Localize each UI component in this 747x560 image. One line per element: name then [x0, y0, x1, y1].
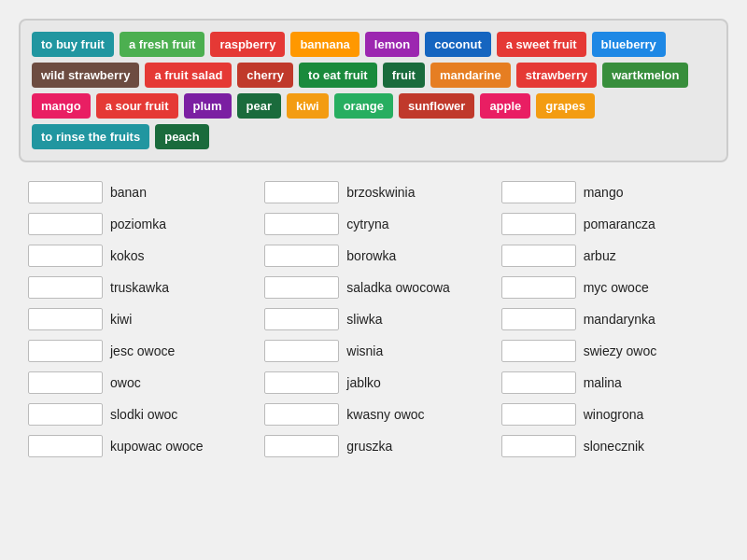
match-row: kupowac owoce [28, 435, 246, 457]
match-label: mandarynka [584, 312, 655, 327]
word-tile[interactable]: to eat fruit [299, 63, 377, 88]
word-tile[interactable]: to buy fruit [32, 32, 114, 57]
match-row: saladka owocowa [264, 276, 482, 299]
word-tile[interactable]: kiwi [287, 93, 329, 119]
match-label: sliwka [346, 312, 382, 327]
match-label: brzoskwinia [346, 185, 415, 200]
match-input[interactable] [28, 403, 103, 426]
word-tile[interactable]: cherry [237, 63, 293, 88]
match-row: borowka [264, 245, 482, 267]
match-input[interactable] [28, 308, 103, 330]
match-input[interactable] [501, 276, 576, 299]
word-tile[interactable]: blueberry [592, 32, 666, 57]
match-input[interactable] [28, 371, 103, 394]
match-input[interactable] [264, 276, 339, 299]
word-tile[interactable]: a sweet fruit [497, 32, 586, 57]
word-tile[interactable]: bannana [290, 32, 359, 57]
match-label: kupowac owoce [110, 439, 204, 454]
match-row: sliwka [264, 308, 482, 330]
match-input[interactable] [28, 213, 103, 235]
word-tile[interactable]: mandarine [430, 63, 511, 88]
match-row: banan [28, 181, 246, 203]
match-row: kiwi [28, 308, 246, 330]
match-row: gruszka [264, 435, 482, 457]
word-tile[interactable]: lemon [365, 32, 419, 57]
match-column-1: brzoskwiniacytrynaborowkasaladka owocowa… [264, 181, 482, 457]
word-tile[interactable]: strawberry [516, 63, 597, 88]
match-label: pomarancza [584, 217, 655, 231]
word-tile[interactable]: pear [237, 93, 281, 119]
match-input[interactable] [264, 308, 339, 330]
word-tile[interactable]: plum [184, 93, 232, 119]
word-tile[interactable]: sunflower [399, 93, 474, 119]
word-tile[interactable]: mango [32, 93, 91, 119]
word-tile[interactable]: to rinse the fruits [32, 124, 149, 149]
match-row: jesc owoce [28, 340, 246, 362]
match-input[interactable] [28, 340, 103, 362]
match-input[interactable] [501, 245, 576, 267]
match-input[interactable] [264, 245, 339, 267]
word-tile[interactable]: grapes [536, 93, 595, 119]
match-label: kwasny owoc [346, 407, 424, 422]
match-input[interactable] [501, 181, 576, 203]
match-label: saladka owocowa [346, 280, 450, 295]
match-row: brzoskwinia [264, 181, 482, 203]
match-row: kokos [28, 245, 246, 267]
word-tile[interactable]: a fresh fruit [120, 32, 205, 57]
match-input[interactable] [501, 403, 576, 426]
match-label: jablko [346, 375, 381, 390]
match-row: pomarancza [501, 213, 719, 235]
match-row: slonecznik [501, 435, 719, 457]
match-label: borowka [346, 248, 396, 263]
match-label: owoc [110, 375, 141, 390]
match-row: truskawka [28, 276, 246, 299]
match-input[interactable] [264, 213, 339, 235]
match-input[interactable] [264, 181, 339, 203]
match-input[interactable] [28, 245, 103, 267]
match-input[interactable] [264, 371, 339, 394]
match-input[interactable] [501, 435, 576, 457]
word-tile[interactable]: wartkmelon [602, 63, 688, 88]
word-tile[interactable]: peach [155, 124, 209, 149]
match-row: swiezy owoc [501, 340, 719, 362]
word-bank: to buy fruita fresh fruitraspberrybannan… [19, 19, 728, 162]
match-input[interactable] [501, 308, 576, 330]
match-input[interactable] [264, 340, 339, 362]
match-row: owoc [28, 371, 246, 394]
match-input[interactable] [501, 213, 576, 235]
word-tile[interactable]: raspberry [210, 32, 285, 57]
word-tile[interactable]: a sour fruit [96, 93, 178, 119]
match-row: kwasny owoc [264, 403, 482, 426]
word-tile[interactable]: wild strawberry [32, 63, 139, 88]
match-label: wisnia [346, 343, 383, 358]
match-label: myc owoce [584, 280, 649, 295]
match-row: jablko [264, 371, 482, 394]
match-input[interactable] [28, 276, 103, 299]
match-label: banan [110, 185, 147, 200]
match-label: jesc owoce [110, 343, 175, 358]
match-input[interactable] [264, 435, 339, 457]
match-row: cytryna [264, 213, 482, 235]
match-column-0: bananpoziomkakokostruskawkakiwijesc owoc… [28, 181, 246, 457]
match-label: winogrona [584, 407, 644, 422]
match-input[interactable] [501, 340, 576, 362]
word-tile[interactable]: fruit [383, 63, 425, 88]
match-input[interactable] [501, 371, 576, 394]
match-label: kokos [110, 248, 145, 263]
match-input[interactable] [28, 435, 103, 457]
match-row: slodki owoc [28, 403, 246, 426]
match-label: arbuz [584, 248, 616, 263]
match-label: poziomka [110, 217, 166, 231]
word-tile[interactable]: a fruit salad [145, 63, 232, 88]
match-label: kiwi [110, 312, 132, 327]
word-tile[interactable]: orange [334, 93, 393, 119]
word-tile[interactable]: apple [480, 93, 530, 119]
match-input[interactable] [264, 403, 339, 426]
match-label: gruszka [346, 439, 392, 454]
match-row: winogrona [501, 403, 719, 426]
word-tile[interactable]: coconut [425, 32, 491, 57]
match-label: slonecznik [584, 439, 644, 454]
match-input[interactable] [28, 181, 103, 203]
match-row: mandarynka [501, 308, 719, 330]
match-label: slodki owoc [110, 407, 177, 422]
